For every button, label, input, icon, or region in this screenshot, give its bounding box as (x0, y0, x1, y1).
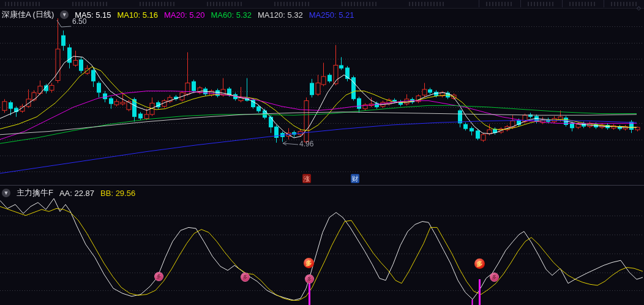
indicator-header: ▼ 主力擒牛F AA: 22.87 BB: 29.56 (2, 187, 135, 198)
ma60-legend: MA60: 5.32 (211, 10, 252, 20)
toolbar-fragment (274, 2, 311, 6)
main-chart-header: 深康佳A (日线) ▼ MA5: 5.15 MA10: 5.16 MA20: 5… (2, 9, 354, 20)
buy-signal-burst-icon: 多 (241, 273, 250, 282)
indicator-value-aa: AA: 22.87 (59, 189, 94, 198)
ma120-legend: MA120: 5.32 (258, 10, 303, 20)
toolbar-fragment (528, 2, 555, 6)
toolbar-fragment (72, 2, 109, 6)
buy-signal-burst-icon: 多 (154, 272, 163, 281)
ma250-legend: MA250: 5.21 (309, 10, 354, 20)
corner-diamond-icon: ◇ (637, 5, 641, 11)
chevron-down-icon[interactable]: ▼ (60, 10, 69, 19)
indicator-title: 主力擒牛F (17, 187, 53, 198)
toolbar-fragment (140, 2, 176, 6)
rise-stamp-icon[interactable]: 涨 (302, 174, 311, 183)
indicator-value-bb: BB: 29.56 (100, 189, 135, 198)
toolbar-fragment (342, 2, 377, 6)
toolbar-fragment (569, 2, 596, 6)
toolbar-fragment (5, 2, 40, 6)
clipped-toolbar[interactable] (0, 0, 644, 9)
high-price-label: 6.50 (72, 17, 86, 26)
stock-title: 深康佳A (日线) (2, 9, 54, 20)
ma10-legend: MA10: 5.16 (118, 10, 159, 20)
toolbar-fragment (611, 2, 637, 6)
buy-signal-burst-icon: 多 (305, 274, 314, 284)
wealth-stamp-icon[interactable]: 财 (351, 174, 359, 183)
chevron-down-icon[interactable]: ▼ (2, 189, 10, 197)
low-price-label: 4.96 (299, 140, 313, 148)
buy-signal-burst-icon: 多 (490, 273, 499, 282)
buy-signal-circle-icon: 多 (474, 258, 485, 269)
candlestick-chart-canvas[interactable] (0, 0, 644, 305)
toolbar-fragment (486, 2, 513, 6)
toolbar-fragment (207, 2, 242, 6)
ma20-legend: MA20: 5.20 (164, 10, 205, 20)
toolbar-fragment (409, 2, 446, 6)
stock-chart-app: 深康佳A (日线) ▼ MA5: 5.15 MA10: 5.16 MA20: 5… (0, 0, 644, 305)
buy-signal-circle-icon: 多 (304, 258, 314, 268)
